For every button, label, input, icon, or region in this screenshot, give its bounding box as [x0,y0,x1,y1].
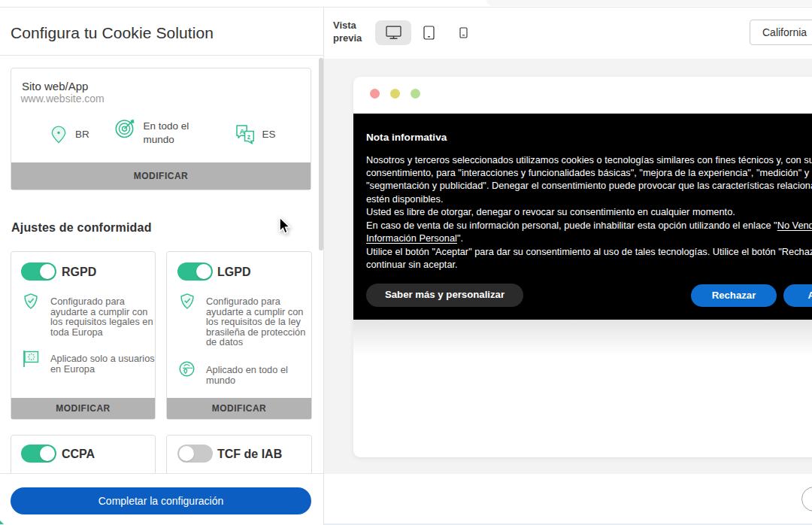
svg-text:A: A [239,127,244,135]
svg-text:z: z [247,133,250,141]
